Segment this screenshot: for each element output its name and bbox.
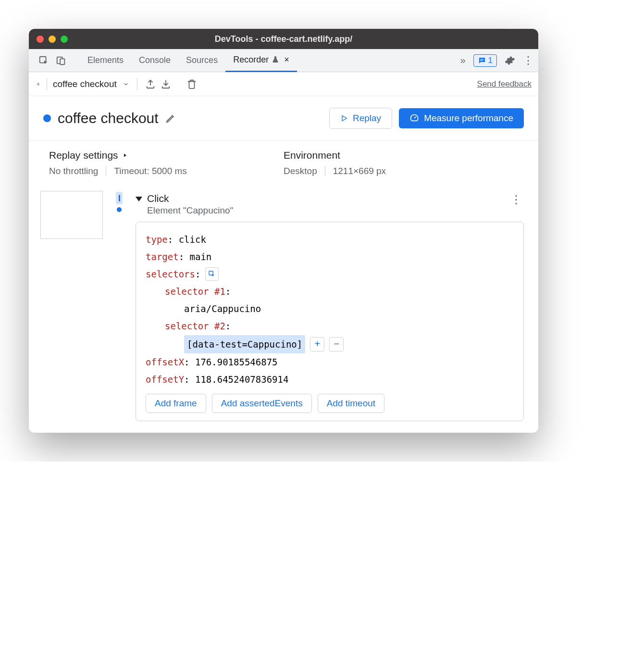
step-thumbnail	[40, 191, 103, 239]
throttling-value: No throttling	[49, 166, 106, 176]
selector-1-value[interactable]: aria/Cappucino	[184, 303, 261, 314]
target-key: target	[146, 251, 179, 262]
recorder-toolbar: coffee checkout Send feedback	[29, 72, 538, 96]
caret-right-icon	[122, 152, 128, 158]
remove-selector-button[interactable]: −	[329, 337, 344, 351]
tab-sources[interactable]: Sources	[178, 49, 225, 72]
replay-button[interactable]: Replay	[329, 108, 392, 129]
gauge-icon	[409, 113, 419, 123]
offsety-value[interactable]: 118.6452407836914	[195, 374, 288, 385]
environment-section: Environment Desktop1211×669 px	[284, 150, 518, 176]
type-key: type	[146, 234, 168, 245]
timeline-dot	[117, 207, 122, 212]
play-icon	[340, 114, 348, 122]
devtools-tabbar: Elements Console Sources Recorder × » 1 …	[29, 49, 538, 72]
measure-performance-button[interactable]: Measure performance	[399, 108, 524, 128]
add-asserted-events-button[interactable]: Add assertedEvents	[212, 394, 312, 413]
pencil-icon[interactable]	[165, 113, 176, 124]
issues-badge[interactable]: 1	[473, 54, 497, 67]
flask-icon	[272, 56, 279, 63]
element-picker-icon[interactable]	[205, 267, 219, 281]
add-selector-button[interactable]: +	[310, 337, 324, 351]
titlebar: DevTools - coffee-cart.netlify.app/	[29, 29, 538, 49]
kebab-menu-button[interactable]: ⋮	[523, 54, 533, 67]
export-icon[interactable]	[145, 79, 156, 89]
device-toggle-icon[interactable]	[56, 55, 66, 66]
env-viewport: 1211×669 px	[333, 166, 394, 176]
inspect-icon[interactable]	[38, 55, 49, 66]
chevron-down-icon	[123, 81, 129, 88]
svg-rect-3	[480, 59, 484, 60]
close-window-button[interactable]	[37, 36, 44, 43]
add-timeout-button[interactable]: Add timeout	[318, 394, 384, 413]
gear-icon[interactable]	[505, 55, 515, 66]
replay-settings-section: Replay settings No throttlingTimeout: 50…	[49, 150, 284, 176]
recording-title: coffee checkout	[58, 110, 159, 126]
send-feedback-link[interactable]: Send feedback	[477, 79, 532, 89]
chat-icon	[478, 56, 486, 65]
close-tab-button[interactable]: ×	[284, 55, 289, 65]
recording-dropdown[interactable]: coffee checkout	[53, 79, 129, 89]
selector-2-key: selector #2	[165, 321, 225, 331]
type-value[interactable]: click	[179, 234, 206, 245]
tab-elements[interactable]: Elements	[80, 49, 131, 72]
caret-down-icon[interactable]	[136, 197, 142, 201]
delete-icon[interactable]	[186, 79, 197, 89]
selector-1-key: selector #1	[165, 286, 225, 297]
import-icon[interactable]	[161, 79, 171, 89]
timeline-marker	[116, 192, 123, 204]
env-device: Desktop	[284, 166, 325, 176]
recording-header: coffee checkout Replay Measure performan…	[29, 96, 538, 141]
timeline	[103, 190, 136, 433]
step-details: type: click target: main selectors: sele…	[136, 222, 524, 421]
selectors-key: selectors	[146, 269, 195, 279]
timeout-value: Timeout: 5000 ms	[114, 166, 194, 176]
replay-settings-toggle[interactable]: Replay settings	[49, 150, 284, 161]
tab-console[interactable]: Console	[131, 49, 178, 72]
tab-recorder[interactable]: Recorder ×	[225, 49, 297, 72]
more-tabs-button[interactable]: »	[460, 55, 465, 66]
step-subtitle: Element "Cappucino"	[147, 205, 233, 216]
window-title: DevTools - coffee-cart.netlify.app/	[215, 34, 352, 44]
maximize-window-button[interactable]	[61, 36, 68, 43]
step-menu-button[interactable]: ⋮	[510, 193, 524, 206]
offsety-key: offsetY	[146, 374, 184, 385]
step-action: Click	[147, 193, 233, 204]
new-recording-button[interactable]	[36, 78, 47, 90]
add-frame-button[interactable]: Add frame	[146, 394, 206, 413]
svg-rect-2	[60, 59, 64, 64]
minimize-window-button[interactable]	[49, 36, 56, 43]
svg-rect-4	[480, 60, 483, 61]
target-value[interactable]: main	[190, 251, 212, 262]
offsetx-value[interactable]: 176.90185546875	[195, 357, 278, 367]
selector-2-value[interactable]: [data-test=Cappucino]	[184, 335, 305, 353]
status-dot	[43, 114, 51, 122]
offsetx-key: offsetX	[146, 357, 184, 367]
